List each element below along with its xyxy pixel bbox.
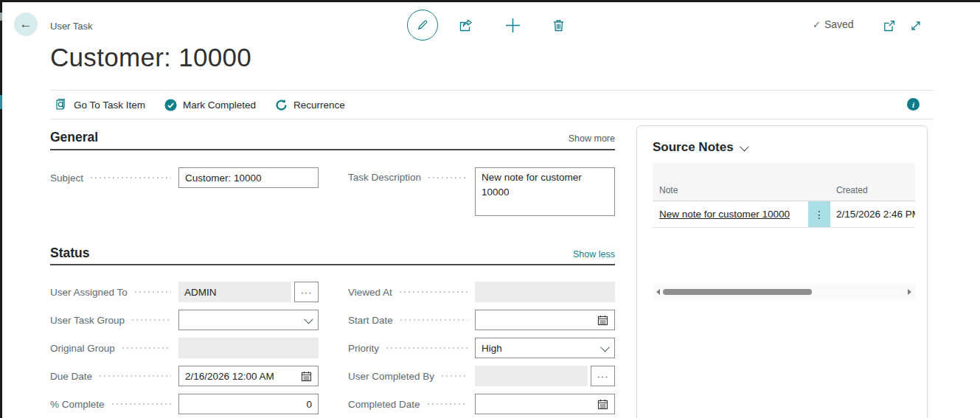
field-percent-complete: % Complete bbox=[50, 394, 319, 414]
window-edge-fragment bbox=[0, 13, 2, 21]
task-description-label: Task Description bbox=[348, 167, 421, 188]
general-divider bbox=[50, 149, 615, 150]
go-to-task-item-button[interactable]: Go To Task Item bbox=[55, 98, 145, 111]
viewed-at-value bbox=[481, 287, 609, 298]
page-title: Customer: 10000 bbox=[50, 43, 251, 72]
scroll-right-arrow[interactable] bbox=[908, 289, 911, 295]
info-icon[interactable]: i bbox=[907, 98, 920, 111]
chevron-down-icon[interactable] bbox=[600, 342, 610, 352]
field-user-completed-by: User Completed By ··· bbox=[348, 366, 615, 386]
vertical-ellipsis-icon: ⋮ bbox=[814, 209, 824, 220]
task-description-input[interactable]: New note for customer 10000 bbox=[475, 167, 615, 216]
table-row: New note for customer 10000 ⋮ 2/15/2026 … bbox=[653, 201, 915, 228]
calendar-icon[interactable] bbox=[597, 399, 608, 410]
created-cell: 2/15/2026 2:46 PM bbox=[836, 209, 915, 220]
calendar-icon[interactable] bbox=[301, 371, 312, 382]
save-status: ✓ Saved bbox=[813, 18, 854, 30]
dotted-leader bbox=[133, 291, 171, 293]
start-date-inputbox bbox=[475, 310, 615, 330]
list-empty-area bbox=[653, 228, 915, 284]
edit-button[interactable] bbox=[407, 10, 438, 41]
completed-date-label: Completed Date bbox=[348, 399, 420, 410]
show-less-link[interactable]: Show less bbox=[573, 249, 615, 259]
original-group-input bbox=[178, 338, 319, 358]
field-task-description: Task Description New note for customer 1… bbox=[348, 167, 615, 216]
general-section-header: General Show more bbox=[50, 130, 615, 145]
due-date-input[interactable] bbox=[185, 371, 296, 382]
dotted-leader bbox=[385, 347, 468, 349]
user-task-group-input[interactable] bbox=[185, 315, 301, 326]
window-edge-fragment-teal bbox=[0, 95, 2, 109]
dotted-leader bbox=[399, 319, 468, 321]
general-heading: General bbox=[50, 130, 98, 145]
user-assigned-to-assist-button[interactable]: ··· bbox=[294, 282, 319, 302]
priority-input[interactable] bbox=[482, 343, 597, 354]
field-start-date: Start Date bbox=[348, 310, 615, 330]
scroll-left-arrow[interactable] bbox=[656, 289, 660, 295]
dotted-leader bbox=[440, 375, 468, 377]
field-completed-date: Completed Date bbox=[348, 394, 615, 414]
percent-complete-input[interactable] bbox=[185, 399, 312, 410]
chevron-down-icon[interactable] bbox=[304, 314, 313, 324]
show-more-link[interactable]: Show more bbox=[569, 133, 615, 144]
start-date-input[interactable] bbox=[482, 315, 593, 326]
priority-dropdown[interactable] bbox=[475, 338, 615, 358]
source-notes-list: Note Created New note for customer 10000… bbox=[653, 163, 915, 300]
field-user-assigned-to: User Assigned To ··· bbox=[50, 282, 319, 302]
subject-input[interactable] bbox=[185, 173, 312, 184]
new-button[interactable] bbox=[504, 17, 521, 34]
field-user-task-group: User Task Group bbox=[50, 310, 319, 330]
user-assigned-to-inputbox bbox=[178, 282, 291, 302]
percent-complete-label: % Complete bbox=[50, 399, 105, 410]
open-in-new-window-icon bbox=[883, 19, 896, 32]
priority-label: Priority bbox=[348, 343, 379, 354]
back-button[interactable]: ← bbox=[14, 13, 38, 36]
expand-button[interactable] bbox=[909, 19, 922, 32]
percent-complete-inputbox bbox=[178, 394, 319, 414]
window-edge-left bbox=[0, 0, 2, 418]
subject-inputbox bbox=[178, 167, 319, 188]
save-status-label: Saved bbox=[824, 18, 854, 30]
share-icon bbox=[458, 18, 474, 33]
calendar-icon[interactable] bbox=[597, 315, 608, 326]
chevron-down-icon bbox=[740, 142, 749, 151]
recurrence-button[interactable]: Recurrence bbox=[275, 99, 345, 111]
due-date-inputbox bbox=[178, 366, 319, 386]
check-circle-icon bbox=[164, 99, 177, 111]
subject-label: Subject bbox=[50, 173, 83, 184]
viewed-at-input bbox=[475, 282, 615, 302]
horizontal-scrollbar[interactable] bbox=[653, 284, 915, 300]
scrollbar-thumb[interactable] bbox=[663, 289, 812, 295]
share-button[interactable] bbox=[458, 18, 474, 33]
pencil-icon bbox=[416, 18, 429, 32]
dotted-leader bbox=[89, 177, 171, 178]
user-completed-by-label: User Completed By bbox=[348, 371, 434, 382]
action-label: Go To Task Item bbox=[74, 100, 145, 111]
due-date-label: Due Date bbox=[50, 371, 92, 382]
row-menu-button[interactable]: ⋮ bbox=[808, 201, 830, 228]
dotted-leader bbox=[131, 319, 171, 321]
note-link[interactable]: New note for customer 10000 bbox=[659, 209, 805, 220]
page-caption: User Task bbox=[50, 21, 93, 32]
completed-date-inputbox bbox=[475, 394, 615, 414]
completed-date-input[interactable] bbox=[482, 399, 593, 410]
original-group-value bbox=[184, 343, 313, 354]
expand-diagonal-icon bbox=[909, 19, 922, 32]
delete-button[interactable] bbox=[552, 18, 566, 32]
user-assigned-to-input[interactable] bbox=[184, 287, 285, 298]
source-notes-title[interactable]: Source Notes bbox=[653, 140, 748, 155]
status-section-header: Status Show less bbox=[50, 245, 615, 261]
mark-completed-button[interactable]: Mark Completed bbox=[164, 99, 256, 111]
user-task-group-dropdown[interactable] bbox=[178, 310, 319, 330]
start-date-label: Start Date bbox=[348, 315, 393, 326]
status-divider bbox=[50, 264, 615, 265]
user-completed-by-assist-button[interactable]: ··· bbox=[591, 366, 615, 386]
open-in-new-window-button[interactable] bbox=[883, 19, 896, 32]
trash-icon bbox=[552, 18, 566, 32]
field-viewed-at: Viewed At bbox=[348, 282, 615, 302]
dotted-leader bbox=[111, 403, 171, 405]
user-task-group-label: User Task Group bbox=[50, 315, 125, 326]
status-heading: Status bbox=[50, 245, 89, 261]
dotted-leader bbox=[427, 177, 468, 178]
original-group-label: Original Group bbox=[50, 343, 115, 354]
